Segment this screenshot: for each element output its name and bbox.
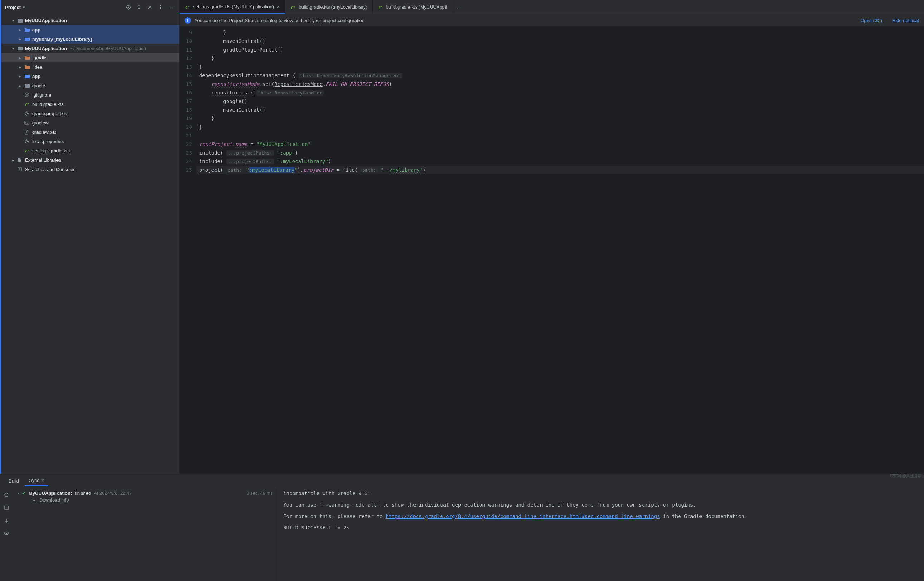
build-panel: Build Sync × ▾ ✔ MyUUUApplication: finis… — [0, 474, 924, 581]
tree-arrow-icon[interactable]: ▸ — [17, 65, 23, 69]
code-line[interactable]: include( ...projectPaths: ":myLocalLibra… — [196, 157, 924, 166]
sidebar-header: Project ▾ — [2, 0, 179, 14]
code-line[interactable]: } — [196, 63, 924, 71]
info-icon: i — [185, 17, 191, 23]
tree-item[interactable]: gradlew.bat — [2, 127, 179, 137]
tree-item[interactable]: gradle.properties — [2, 109, 179, 118]
module-icon — [24, 27, 31, 32]
sidebar-title: Project — [5, 5, 21, 10]
watermark: CSDN @风浅月明 — [890, 473, 922, 479]
tree-label: gradle.properties — [32, 111, 67, 116]
tree-item[interactable]: build.gradle.kts — [2, 99, 179, 109]
tree-item[interactable]: ▸ app — [2, 25, 179, 34]
code-line[interactable]: google() — [196, 97, 924, 106]
tree-arrow-icon[interactable]: ▾ — [10, 46, 16, 50]
tree-item[interactable]: local.properties — [2, 137, 179, 146]
build-result-row[interactable]: ▾ ✔ MyUUUApplication: finished At 2024/5… — [17, 490, 273, 496]
notification-bar: i You can use the Project Structure dial… — [180, 14, 924, 27]
tree-label: gradle — [32, 83, 45, 88]
tree-label: .gradle — [32, 55, 46, 60]
tree-item[interactable]: ▸ mylibrary [myLocalLibrary] — [2, 34, 179, 44]
collapse-icon[interactable] — [145, 3, 154, 12]
tree-label: .gitignore — [32, 92, 51, 98]
hide-notification-link[interactable]: Hide notificat — [892, 18, 919, 23]
locate-icon[interactable] — [124, 3, 133, 12]
gradle-icon — [24, 148, 31, 153]
tree-item[interactable]: ▾ MyUUUApplication ~/Documents/bnt/MyUUU… — [2, 44, 179, 53]
tab-dropdown-icon[interactable]: ⌄ — [452, 4, 464, 10]
chevron-down-icon: ▾ — [17, 491, 19, 495]
tree-arrow-icon[interactable]: ▸ — [17, 37, 23, 41]
build-tree[interactable]: ▾ ✔ MyUUUApplication: finished At 2024/5… — [13, 488, 277, 581]
tab-label: build.gradle.kts (MyUUUAppli — [386, 4, 447, 10]
code-line[interactable]: } — [196, 54, 924, 63]
docs-link[interactable]: https://docs.gradle.org/8.4/userguide/co… — [386, 513, 660, 519]
editor-tab[interactable]: settings.gradle.kts (MyUUUApplication) × — [180, 0, 285, 14]
code-line[interactable]: mavenCentral() — [196, 106, 924, 114]
project-sidebar: Project ▾ ▾ — [0, 0, 180, 474]
expand-icon[interactable] — [135, 3, 144, 12]
code-line[interactable] — [196, 131, 924, 140]
code-line[interactable]: repositories { this: RepositoryHandler — [196, 88, 924, 97]
code-content[interactable]: } mavenCentral() gradlePluginPortal() }}… — [196, 27, 924, 474]
project-tree[interactable]: ▾ MyUUUApplication ▸ app ▸ mylibrary [my… — [2, 14, 179, 474]
more-icon[interactable] — [156, 3, 165, 12]
tree-label: local.properties — [32, 139, 64, 144]
build-tab[interactable]: Build — [4, 476, 23, 486]
tree-item[interactable]: ▸ gradle — [2, 81, 179, 90]
stop-icon[interactable] — [2, 503, 11, 512]
code-line[interactable]: project( path: ":myLocalLibrary").projec… — [196, 166, 924, 174]
code-line[interactable]: gradlePluginPortal() — [196, 45, 924, 54]
tree-item[interactable]: ▸ .idea — [2, 62, 179, 71]
code-editor[interactable]: 910111213141516171819202122232425 } mave… — [180, 27, 924, 474]
tree-item[interactable]: ▸ .gradle — [2, 53, 179, 62]
tree-item[interactable]: gradlew — [2, 118, 179, 127]
tree-item[interactable]: .gitignore — [2, 90, 179, 99]
pin-icon[interactable] — [2, 516, 11, 525]
tree-label: settings.gradle.kts — [32, 148, 70, 154]
code-line[interactable]: } — [196, 28, 924, 37]
code-line[interactable]: rootProject.name = "MyUUUApplication" — [196, 140, 924, 149]
tree-item[interactable]: ▸ app — [2, 71, 179, 81]
editor-tab[interactable]: build.gradle.kts (MyUUUAppli — [373, 0, 452, 14]
tab-label: build.gradle.kts (:myLocalLibrary) — [299, 4, 367, 10]
code-line[interactable]: mavenCentral() — [196, 37, 924, 45]
code-line[interactable]: } — [196, 114, 924, 123]
terminal-icon — [24, 121, 31, 125]
build-toolbar — [0, 488, 13, 581]
module-icon — [24, 36, 31, 41]
close-icon[interactable]: × — [277, 4, 280, 10]
tree-label: Scratches and Consoles — [25, 167, 76, 172]
tree-item[interactable]: settings.gradle.kts — [2, 146, 179, 155]
tree-arrow-icon[interactable]: ▸ — [17, 56, 23, 60]
download-info-row[interactable]: Download info — [17, 497, 273, 503]
svg-point-12 — [6, 533, 7, 534]
editor-tab[interactable]: build.gradle.kts (:myLocalLibrary) — [285, 0, 372, 14]
code-line[interactable]: dependencyResolutionManagement { this: D… — [196, 71, 924, 80]
close-icon[interactable]: × — [41, 478, 45, 483]
tree-arrow-icon[interactable]: ▸ — [10, 158, 16, 162]
open-structure-link[interactable]: Open (⌘;) — [860, 18, 882, 23]
tree-item[interactable]: ▾ MyUUUApplication — [2, 16, 179, 25]
folder-icon — [24, 83, 31, 88]
tree-arrow-icon[interactable]: ▸ — [17, 84, 23, 88]
tree-item[interactable]: ▸ External Libraries — [2, 155, 179, 165]
code-line[interactable]: repositoriesMode.set(RepositoriesMode.FA… — [196, 80, 924, 88]
tree-arrow-icon[interactable]: ▾ — [10, 18, 16, 23]
tree-label: gradlew — [32, 120, 49, 126]
tree-label: MyUUUApplication — [25, 46, 67, 51]
gradle-icon — [185, 4, 190, 9]
code-line[interactable]: include( ...projectPaths: ":app") — [196, 149, 924, 157]
tree-arrow-icon[interactable]: ▸ — [17, 28, 23, 32]
tree-label: build.gradle.kts — [32, 102, 63, 107]
sync-tab[interactable]: Sync × — [25, 475, 49, 486]
view-icon[interactable] — [2, 529, 11, 538]
minimize-icon[interactable] — [167, 3, 176, 12]
chevron-down-icon[interactable]: ▾ — [23, 5, 25, 10]
tree-item[interactable]: Scratches and Consoles — [2, 165, 179, 174]
tree-label: External Libraries — [25, 157, 61, 163]
code-line[interactable]: } — [196, 123, 924, 131]
refresh-icon[interactable] — [2, 490, 11, 499]
tree-arrow-icon[interactable]: ▸ — [17, 74, 23, 78]
build-output[interactable]: incompatible with Gradle 9.0. You can us… — [277, 488, 924, 581]
